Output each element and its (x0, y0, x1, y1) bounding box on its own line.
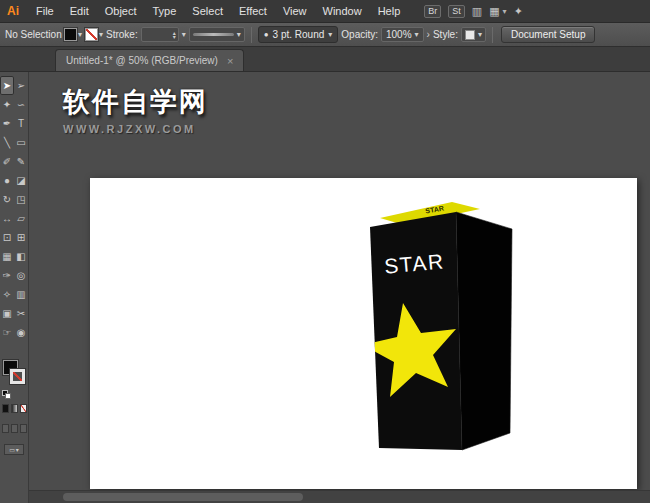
workspace-icon[interactable]: ✦ (514, 5, 523, 18)
menu-bar: Ai File Edit Object Type Select Effect V… (0, 0, 650, 23)
blob-brush-tool[interactable]: ● (0, 171, 14, 190)
symbol-sprayer-tool[interactable]: ✧ (0, 285, 14, 304)
fill-stroke-block: ▭ ▾ (0, 360, 28, 500)
screen-mode-icon: ▭ (9, 446, 15, 453)
tab-strip: Untitled-1* @ 50% (RGB/Preview) × (0, 47, 650, 72)
close-icon[interactable]: × (227, 55, 233, 67)
shape-builder-tool[interactable]: ⊡ (0, 228, 14, 247)
zoom-tool[interactable]: ◉ (14, 323, 28, 342)
scale-tool[interactable]: ◳ (14, 190, 28, 209)
box-artwork[interactable]: STAR STAR (355, 195, 525, 460)
fill-color-control[interactable]: ▾ (64, 28, 82, 41)
default-stroke-icon (5, 393, 11, 399)
chevron-down-icon[interactable]: ▾ (182, 30, 186, 39)
menu-object[interactable]: Object (97, 0, 145, 22)
free-transform-tool[interactable]: ▱ (14, 209, 28, 228)
spin-down-icon[interactable]: ▾ (173, 35, 176, 39)
menu-window[interactable]: Window (315, 0, 370, 22)
rectangle-tool[interactable]: ▭ (14, 133, 28, 152)
gradient-button[interactable] (11, 404, 18, 413)
eraser-tool[interactable]: ◪ (14, 171, 28, 190)
opacity-label: Opacity: (341, 29, 378, 40)
chevron-down-icon[interactable]: ▾ (415, 30, 419, 39)
eyedropper-tool[interactable]: ✑ (0, 266, 14, 285)
gradient-tool[interactable]: ◧ (14, 247, 28, 266)
opacity-dropdown[interactable]: 100% ▾ (381, 27, 424, 42)
brush-dropdown[interactable]: ● 3 pt. Round ▾ (258, 26, 339, 43)
menu-type[interactable]: Type (145, 0, 185, 22)
selection-tool[interactable]: ➤ (0, 76, 14, 95)
pencil-tool[interactable]: ✎ (14, 152, 28, 171)
default-colors-icon[interactable] (2, 390, 12, 399)
watermark: 软件自学网 WWW.RJZXW.COM (63, 84, 208, 135)
separator (492, 27, 493, 43)
menu-edit[interactable]: Edit (62, 0, 97, 22)
draw-mode-row (1, 424, 28, 433)
canvas[interactable]: STAR STAR 软件自学网 WWW.RJZXW.COM (29, 72, 650, 503)
menu-select[interactable]: Select (184, 0, 231, 22)
draw-normal-button[interactable] (2, 424, 9, 433)
stock-button[interactable]: St (448, 5, 465, 18)
perspective-grid-tool[interactable]: ⊞ (14, 228, 28, 247)
line-segment-tool[interactable]: ╲ (0, 133, 14, 152)
paintbrush-tool[interactable]: ✐ (0, 152, 14, 171)
document-tab[interactable]: Untitled-1* @ 50% (RGB/Preview) × (55, 49, 244, 71)
main-area: ➤➢✦∽✒T╲▭✐✎●◪↻◳↔▱⊡⊞▦◧✑◎✧▥▣✂☞◉ ▭ ▾ (0, 72, 650, 503)
direct-selection-tool[interactable]: ➢ (14, 76, 28, 95)
rotate-tool[interactable]: ↻ (0, 190, 14, 209)
slice-tool[interactable]: ✂ (14, 304, 28, 323)
style-dropdown[interactable]: ▾ (461, 27, 486, 42)
color-button[interactable] (2, 404, 9, 413)
magic-wand-tool[interactable]: ✦ (0, 95, 14, 114)
width-profile-dropdown[interactable]: ▾ (189, 27, 245, 42)
blend-tool[interactable]: ◎ (14, 266, 28, 285)
artboard-tool[interactable]: ▣ (0, 304, 14, 323)
menu-file[interactable]: File (28, 0, 62, 22)
menu-view[interactable]: View (275, 0, 315, 22)
type-tool[interactable]: T (14, 114, 28, 133)
stroke-color-swatch[interactable] (85, 28, 98, 41)
stroke-color-control[interactable]: ▾ (85, 28, 103, 41)
width-profile-preview (193, 33, 234, 36)
chevron-down-icon[interactable]: ▾ (503, 7, 507, 16)
pen-tool[interactable]: ✒ (0, 114, 14, 133)
chevron-down-icon[interactable]: ▾ (99, 30, 103, 39)
horizontal-scrollbar[interactable] (29, 490, 650, 503)
style-label: Style: (433, 29, 458, 40)
opacity-value: 100% (386, 29, 412, 40)
tools-panel: ➤➢✦∽✒T╲▭✐✎●◪↻◳↔▱⊡⊞▦◧✑◎✧▥▣✂☞◉ ▭ ▾ (0, 72, 29, 503)
draw-behind-button[interactable] (11, 424, 18, 433)
fill-color-swatch[interactable] (64, 28, 77, 41)
menu-help[interactable]: Help (370, 0, 409, 22)
bridge-button[interactable]: Br (424, 5, 441, 18)
chevron-down-icon[interactable]: ▾ (328, 30, 332, 39)
chevron-down-icon[interactable]: ▾ (478, 30, 482, 39)
style-swatch (465, 30, 475, 40)
chevron-down-icon: ▾ (16, 446, 19, 453)
menu-effect[interactable]: Effect (231, 0, 275, 22)
chevron-down-icon[interactable]: ▾ (78, 30, 82, 39)
column-graph-tool[interactable]: ▥ (14, 285, 28, 304)
screen-mode-button[interactable]: ▭ ▾ (4, 444, 24, 455)
selection-status: No Selection (5, 29, 61, 40)
mesh-tool[interactable]: ▦ (0, 247, 14, 266)
spinner-icons[interactable]: ▴ ▾ (173, 31, 176, 39)
document-setup-button[interactable]: Document Setup (501, 26, 596, 43)
control-bar: No Selection ▾ ▾ Stroke: ▴ ▾ ▾ ▾ ● 3 pt.… (0, 23, 650, 47)
chevron-down-icon[interactable]: ▾ (237, 30, 241, 39)
hand-tool[interactable]: ☞ (0, 323, 14, 342)
opacity-flyout-icon[interactable]: › (427, 29, 430, 40)
stroke-color-swatch[interactable] (10, 369, 25, 384)
illustrator-logo: Ai (0, 4, 28, 18)
scrollbar-thumb[interactable] (63, 493, 303, 501)
width-tool[interactable]: ↔ (0, 209, 14, 228)
watermark-title: 软件自学网 (63, 84, 208, 120)
separator (251, 27, 252, 43)
stroke-weight-stepper[interactable]: ▴ ▾ (141, 27, 179, 42)
draw-inside-button[interactable] (20, 424, 27, 433)
gpu-performance-icon[interactable]: ▥ (472, 5, 482, 18)
brush-name: 3 pt. Round (273, 29, 325, 40)
arrange-documents-icon[interactable]: ▦ (489, 5, 499, 18)
none-button[interactable] (20, 404, 27, 413)
lasso-tool[interactable]: ∽ (14, 95, 28, 114)
